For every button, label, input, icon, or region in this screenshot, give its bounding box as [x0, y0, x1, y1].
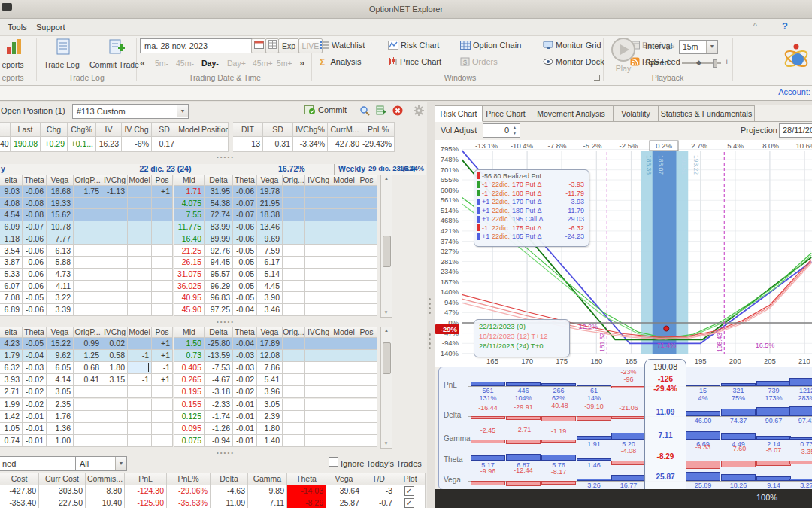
option-cell[interactable] [332, 233, 356, 245]
option-col-header[interactable]: Pos [356, 175, 377, 186]
option-cell[interactable] [305, 198, 332, 210]
option-cell[interactable]: -0.04 [233, 338, 257, 350]
option-cell[interactable] [283, 233, 305, 245]
option-cell[interactable]: 9.03 [0, 186, 23, 198]
option-cell[interactable] [332, 304, 356, 316]
quote-header-cell[interactable]: DIT [233, 123, 263, 137]
option-cell[interactable] [128, 221, 152, 233]
option-cell[interactable]: 6.13 [47, 245, 74, 257]
option-cell[interactable]: 97.25 [205, 304, 233, 316]
option-cell[interactable] [305, 233, 332, 245]
option-cell[interactable] [152, 281, 173, 293]
panel-splitter[interactable] [427, 102, 435, 508]
option-cell[interactable] [102, 281, 128, 293]
option-cell[interactable] [356, 186, 377, 198]
option-cell[interactable]: 3.05 [47, 386, 74, 398]
option-cell[interactable]: -0.05 [233, 245, 257, 257]
tab-risk-chart[interactable]: Risk Chart [435, 105, 483, 122]
option-cell[interactable] [305, 399, 332, 411]
tab-price-chart[interactable]: Price Chart [483, 105, 529, 122]
option-cell[interactable]: 9.62 [47, 350, 74, 362]
option-cell[interactable] [283, 362, 305, 374]
quote-header-cell[interactable]: CurrM... [328, 123, 362, 137]
option-cell[interactable] [356, 269, 377, 281]
option-cell[interactable] [102, 386, 128, 398]
nav-45mplus[interactable]: 45m+ [253, 59, 273, 68]
settings-button[interactable] [414, 105, 424, 117]
option-cell[interactable] [356, 245, 377, 257]
option-cell[interactable] [152, 423, 173, 435]
option-col-header[interactable]: Mid [174, 175, 205, 186]
option-cell[interactable]: 2.71 [0, 386, 23, 398]
option-cell[interactable]: -0.02 [23, 374, 47, 386]
option-cell[interactable]: 92.76 [205, 245, 233, 257]
option-cell[interactable] [332, 350, 356, 362]
option-cell[interactable]: 6.07 [0, 281, 23, 293]
option-col-header[interactable]: Vega [257, 175, 283, 186]
quote-header-cell[interactable]: Last [11, 123, 41, 137]
option-cell[interactable] [128, 386, 152, 398]
option-cell[interactable]: 5.88 [47, 257, 74, 269]
option-cell[interactable]: 3.05 [257, 399, 283, 411]
commit-trade-button[interactable] [95, 38, 140, 57]
option-cell[interactable]: -0.94 [205, 435, 233, 447]
speed-minus[interactable]: − [675, 57, 680, 66]
dialog-launcher-icon[interactable] [594, 75, 600, 81]
option-cell[interactable] [152, 411, 173, 423]
exp-button[interactable]: Exp [278, 38, 299, 53]
option-cell[interactable] [283, 281, 305, 293]
option-cell[interactable]: 72.74 [205, 209, 233, 221]
option-cell[interactable]: 0.405 [174, 362, 205, 374]
option-cell[interactable]: 4.54 [0, 209, 23, 221]
option-cell[interactable]: 2.39 [257, 411, 283, 423]
option-cell[interactable] [102, 423, 128, 435]
option-cell[interactable]: 6.32 [0, 362, 23, 374]
option-cell[interactable]: 0.74 [0, 435, 23, 447]
option-cell[interactable] [283, 423, 305, 435]
option-cell[interactable] [128, 186, 152, 198]
option-cell[interactable]: 0.73 [174, 350, 205, 362]
option-cell[interactable]: -0.01 [23, 423, 47, 435]
option-cell[interactable]: -0.03 [233, 350, 257, 362]
option-cell[interactable]: 1.80 [257, 423, 283, 435]
option-col-header[interactable]: IVChg [102, 327, 128, 338]
quote-header-cell[interactable]: SD [263, 123, 293, 137]
option-cell[interactable] [332, 269, 356, 281]
option-cell[interactable]: 0.99 [74, 338, 102, 350]
option-col-header[interactable]: IVChg [305, 327, 332, 338]
option-cell[interactable] [152, 292, 173, 304]
option-cell[interactable]: 31.075 [174, 269, 205, 281]
option-cell[interactable]: -1 [152, 362, 173, 374]
option-cell[interactable] [356, 374, 377, 386]
option-cell[interactable]: -0.04 [233, 304, 257, 316]
option-cell[interactable]: -0.02 [23, 399, 47, 411]
tab-statistics-fundamentals[interactable]: Statistics & Fundamentals [659, 105, 755, 122]
option-cell[interactable] [305, 292, 332, 304]
speed-slider[interactable]: − ◆ + [675, 59, 729, 68]
option-cell[interactable]: 1.99 [0, 399, 23, 411]
option-col-header[interactable]: Theta [23, 327, 47, 338]
option-cell[interactable]: 1.00 [47, 435, 74, 447]
option-cell[interactable]: 7.86 [257, 362, 283, 374]
option-cell[interactable] [152, 245, 173, 257]
splitter-grip[interactable] [429, 296, 431, 316]
option-cell[interactable]: -0.06 [233, 221, 257, 233]
option-col-header[interactable]: Model [128, 327, 152, 338]
commit-button[interactable]: Commit [304, 105, 347, 117]
option-cell[interactable]: 54.38 [205, 198, 233, 210]
window-toggle-option-chain[interactable]: Option Chain [460, 41, 521, 53]
window-toggle-price-chart[interactable]: Price Chart [388, 57, 441, 69]
option-cell[interactable]: 36.025 [174, 281, 205, 293]
option-cell[interactable] [305, 423, 332, 435]
option-cell[interactable]: -1.74 [205, 411, 233, 423]
option-cell[interactable] [305, 281, 332, 293]
option-cell[interactable] [128, 209, 152, 221]
window-toggle-watchlist[interactable]: Watchlist [319, 41, 365, 53]
totals-header-cell[interactable]: Gamma [248, 473, 287, 485]
quote-header-cell[interactable]: Model [177, 123, 201, 137]
option-cell[interactable]: 15.22 [47, 338, 74, 350]
option-cell[interactable]: -0.06 [23, 269, 47, 281]
plot-checkbox[interactable]: ✓ [404, 498, 414, 508]
option-cell[interactable]: -0.07 [233, 198, 257, 210]
option-cell[interactable] [128, 245, 152, 257]
